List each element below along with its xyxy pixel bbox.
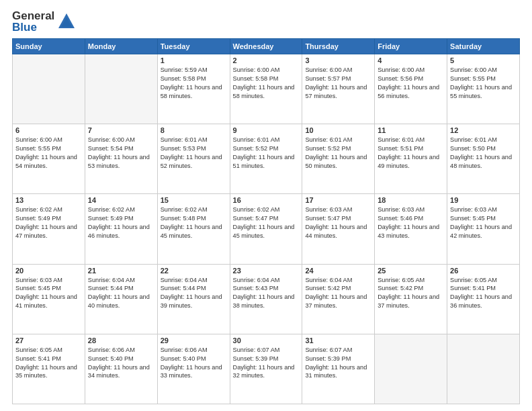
day-info: Sunrise: 6:02 AM Sunset: 5:48 PM Dayligh… [161, 205, 227, 240]
day-number: 3 [305, 56, 371, 64]
calendar-day-cell: 24 Sunrise: 6:04 AM Sunset: 5:42 PM Dayl… [302, 264, 375, 334]
calendar-day-cell: 7 Sunrise: 6:00 AM Sunset: 5:54 PM Dayli… [85, 124, 157, 194]
calendar-day-cell: 18 Sunrise: 6:03 AM Sunset: 5:46 PM Dayl… [375, 194, 447, 264]
logo: General Blue [12, 10, 76, 33]
sunrise-label: Sunrise: 6:02 AM [233, 205, 300, 214]
day-of-week-header: Saturday [447, 39, 520, 54]
day-number: 12 [450, 126, 517, 134]
daylight-label: Daylight: 11 hours and 49 minutes. [378, 153, 444, 171]
sunrise-label: Sunrise: 6:02 AM [161, 205, 227, 214]
sunrise-label: Sunrise: 6:07 AM [233, 346, 300, 355]
sunset-label: Sunset: 5:49 PM [15, 214, 82, 223]
day-number: 24 [305, 267, 371, 275]
day-info: Sunrise: 6:05 AM Sunset: 5:42 PM Dayligh… [378, 276, 444, 311]
sunrise-label: Sunrise: 6:03 AM [305, 205, 371, 214]
calendar-week-row: 13 Sunrise: 6:02 AM Sunset: 5:49 PM Dayl… [13, 194, 520, 264]
calendar-day-cell [13, 54, 85, 124]
sunrise-label: Sunrise: 6:01 AM [161, 136, 227, 144]
daylight-label: Daylight: 11 hours and 39 minutes. [161, 293, 227, 310]
sunrise-label: Sunrise: 6:01 AM [305, 136, 371, 144]
calendar-day-cell: 15 Sunrise: 6:02 AM Sunset: 5:48 PM Dayl… [157, 194, 230, 264]
calendar-day-cell [447, 334, 520, 404]
calendar-day-cell [85, 54, 157, 124]
calendar-day-cell: 30 Sunrise: 6:07 AM Sunset: 5:39 PM Dayl… [230, 334, 302, 404]
sunrise-label: Sunrise: 6:01 AM [233, 136, 300, 144]
sunrise-label: Sunrise: 6:00 AM [233, 66, 300, 75]
calendar-day-cell: 25 Sunrise: 6:05 AM Sunset: 5:42 PM Dayl… [375, 264, 447, 334]
day-info: Sunrise: 6:00 AM Sunset: 5:56 PM Dayligh… [378, 66, 444, 101]
day-of-week-header: Tuesday [157, 39, 230, 54]
day-info: Sunrise: 6:05 AM Sunset: 5:41 PM Dayligh… [15, 346, 82, 381]
day-number: 29 [161, 336, 227, 345]
sunrise-label: Sunrise: 6:02 AM [15, 205, 82, 214]
calendar-week-row: 20 Sunrise: 6:03 AM Sunset: 5:45 PM Dayl… [13, 264, 520, 334]
calendar-day-cell: 29 Sunrise: 6:06 AM Sunset: 5:40 PM Dayl… [157, 334, 230, 404]
sunrise-label: Sunrise: 6:01 AM [378, 136, 444, 144]
calendar-day-cell: 12 Sunrise: 6:01 AM Sunset: 5:50 PM Dayl… [447, 124, 520, 194]
sunset-label: Sunset: 5:45 PM [15, 284, 82, 293]
sunrise-label: Sunrise: 6:05 AM [378, 276, 444, 285]
sunset-label: Sunset: 5:47 PM [233, 214, 300, 223]
day-number: 30 [233, 336, 300, 345]
daylight-label: Daylight: 11 hours and 55 minutes. [450, 83, 517, 101]
sunset-label: Sunset: 5:41 PM [450, 284, 517, 293]
daylight-label: Daylight: 11 hours and 56 minutes. [378, 83, 444, 101]
day-number: 17 [305, 196, 371, 204]
calendar-day-cell: 3 Sunrise: 6:00 AM Sunset: 5:57 PM Dayli… [302, 54, 375, 124]
calendar-week-row: 6 Sunrise: 6:00 AM Sunset: 5:55 PM Dayli… [13, 124, 520, 194]
calendar-day-cell: 4 Sunrise: 6:00 AM Sunset: 5:56 PM Dayli… [375, 54, 447, 124]
day-of-week-header: Thursday [302, 39, 375, 54]
day-info: Sunrise: 6:03 AM Sunset: 5:45 PM Dayligh… [450, 205, 517, 240]
sunrise-label: Sunrise: 6:04 AM [233, 276, 300, 285]
day-info: Sunrise: 6:01 AM Sunset: 5:50 PM Dayligh… [450, 136, 517, 171]
daylight-label: Daylight: 11 hours and 53 minutes. [88, 153, 154, 171]
day-number: 1 [161, 56, 227, 64]
sunrise-label: Sunrise: 6:02 AM [88, 205, 154, 214]
sunrise-label: Sunrise: 6:04 AM [88, 276, 154, 285]
day-info: Sunrise: 6:02 AM Sunset: 5:49 PM Dayligh… [15, 205, 82, 240]
daylight-label: Daylight: 11 hours and 57 minutes. [305, 83, 371, 101]
day-info: Sunrise: 6:06 AM Sunset: 5:40 PM Dayligh… [88, 346, 154, 381]
sunset-label: Sunset: 5:49 PM [88, 214, 154, 223]
sunset-label: Sunset: 5:53 PM [161, 144, 227, 153]
day-number: 18 [378, 196, 444, 204]
sunrise-label: Sunrise: 6:00 AM [305, 66, 371, 75]
daylight-label: Daylight: 11 hours and 58 minutes. [233, 83, 300, 101]
sunrise-label: Sunrise: 6:01 AM [450, 136, 517, 144]
daylight-label: Daylight: 11 hours and 45 minutes. [233, 223, 300, 240]
day-number: 22 [161, 267, 227, 275]
calendar-day-cell: 6 Sunrise: 6:00 AM Sunset: 5:55 PM Dayli… [13, 124, 85, 194]
daylight-label: Daylight: 11 hours and 42 minutes. [450, 223, 517, 240]
sunrise-label: Sunrise: 6:07 AM [305, 346, 371, 355]
day-number: 31 [305, 336, 371, 345]
day-number: 10 [305, 126, 371, 134]
day-info: Sunrise: 6:02 AM Sunset: 5:49 PM Dayligh… [88, 205, 154, 240]
calendar-day-cell: 20 Sunrise: 6:03 AM Sunset: 5:45 PM Dayl… [13, 264, 85, 334]
day-info: Sunrise: 6:04 AM Sunset: 5:44 PM Dayligh… [161, 276, 227, 311]
logo-icon [57, 12, 76, 31]
day-info: Sunrise: 6:04 AM Sunset: 5:43 PM Dayligh… [233, 276, 300, 311]
daylight-label: Daylight: 11 hours and 38 minutes. [233, 293, 300, 310]
sunset-label: Sunset: 5:44 PM [161, 284, 227, 293]
day-number: 23 [233, 267, 300, 275]
daylight-label: Daylight: 11 hours and 31 minutes. [305, 363, 371, 381]
logo-blue-text: Blue [12, 21, 37, 33]
sunset-label: Sunset: 5:42 PM [305, 284, 371, 293]
day-of-week-header: Monday [85, 39, 157, 54]
daylight-label: Daylight: 11 hours and 36 minutes. [450, 293, 517, 310]
day-number: 19 [450, 196, 517, 204]
calendar-day-cell: 5 Sunrise: 6:00 AM Sunset: 5:55 PM Dayli… [447, 54, 520, 124]
sunset-label: Sunset: 5:40 PM [161, 355, 227, 363]
day-info: Sunrise: 6:07 AM Sunset: 5:39 PM Dayligh… [233, 346, 300, 381]
day-info: Sunrise: 6:00 AM Sunset: 5:57 PM Dayligh… [305, 66, 371, 101]
day-info: Sunrise: 6:02 AM Sunset: 5:47 PM Dayligh… [233, 205, 300, 240]
sunrise-label: Sunrise: 6:00 AM [88, 136, 154, 144]
logo-general-text: General [12, 10, 54, 21]
day-number: 14 [88, 196, 154, 204]
sunrise-label: Sunrise: 6:00 AM [378, 66, 444, 75]
daylight-label: Daylight: 11 hours and 34 minutes. [88, 363, 154, 381]
sunrise-label: Sunrise: 6:06 AM [161, 346, 227, 355]
sunrise-label: Sunrise: 6:03 AM [15, 276, 82, 285]
sunset-label: Sunset: 5:58 PM [161, 75, 227, 83]
daylight-label: Daylight: 11 hours and 46 minutes. [88, 223, 154, 240]
